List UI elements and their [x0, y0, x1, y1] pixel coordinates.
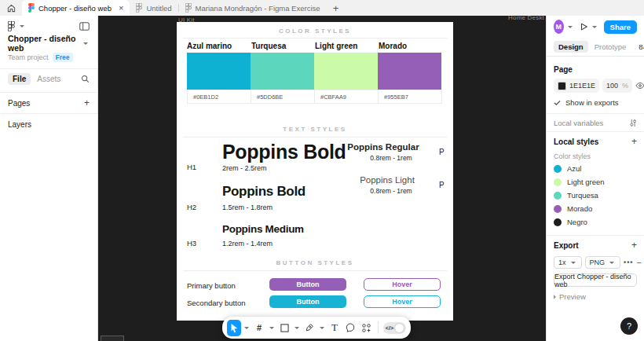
style-row-light-green[interactable]: Light green	[547, 175, 644, 189]
color-swatch	[378, 53, 441, 90]
remove-export-icon[interactable]: −	[636, 258, 641, 267]
close-icon[interactable]: ×	[119, 4, 123, 13]
divider	[547, 131, 644, 132]
export-scale-select[interactable]: 1x	[554, 256, 582, 269]
primary-button[interactable]: Button	[269, 278, 346, 291]
plan-badge[interactable]: Free	[53, 53, 73, 62]
style-row-azul[interactable]: Azul	[547, 162, 644, 175]
zoom-level: 84%	[639, 42, 644, 51]
color-swatch	[251, 53, 314, 90]
style-name: Turquesa	[567, 191, 598, 200]
style-name: Light green	[567, 178, 605, 186]
secondary-button[interactable]: Button	[269, 295, 346, 308]
team-name: Team project	[8, 53, 49, 61]
more-options-icon[interactable]: •••	[624, 258, 633, 266]
tab-mariana-exercise[interactable]: Mariana Mondragón - Figma Exercise	[179, 0, 327, 16]
help-button[interactable]: ?	[620, 317, 638, 335]
swatch-name: Light green	[315, 42, 357, 50]
local-styles-title: Local styles	[554, 138, 598, 146]
style-row-negro[interactable]: Negro	[547, 215, 644, 229]
eye-icon[interactable]	[635, 82, 644, 90]
tab-chopper[interactable]: Chopper - diseño web ×	[22, 0, 130, 16]
hex-label: #0EB1D2	[187, 90, 251, 104]
chevron-down-icon[interactable]	[592, 26, 597, 28]
figma-menu-icon[interactable]	[8, 21, 15, 31]
button-styles-title: BUTTON STYLES	[177, 259, 453, 266]
comment-tool[interactable]	[343, 320, 357, 336]
chevron-down-icon[interactable]	[568, 26, 573, 28]
new-tab-button[interactable]: +	[327, 0, 346, 16]
frame-label-partial[interactable]: Home Deskt	[508, 16, 544, 21]
chevron-right-icon	[554, 295, 556, 299]
divider	[547, 235, 644, 236]
figma-logo-icon	[185, 3, 192, 13]
toggle-panel-icon[interactable]	[79, 22, 90, 31]
preview-label: Preview	[559, 292, 586, 301]
add-style-icon[interactable]: +	[631, 136, 637, 147]
ui-kit-artboard[interactable]: COLOR STYLES Azul marino Turquesa Light …	[177, 22, 453, 321]
tab-untitled[interactable]: Untitled	[130, 0, 177, 16]
share-button[interactable]: Share	[604, 20, 637, 34]
chevron-down-icon[interactable]	[320, 327, 324, 329]
tab-assets[interactable]: Assets	[37, 75, 60, 83]
swatch-name: Turquesa	[251, 42, 286, 50]
local-variables-row[interactable]: Local variables	[547, 114, 644, 131]
secondary-button-label: Secondary button	[187, 299, 245, 307]
h1-specimen: Poppins Bold	[222, 141, 346, 163]
show-in-exports-checkbox[interactable]: Show in exports	[554, 98, 637, 107]
divider	[183, 270, 447, 271]
pages-section[interactable]: Pages +	[0, 94, 97, 112]
actions-tool[interactable]	[359, 320, 373, 336]
chevron-down-icon[interactable]	[244, 327, 249, 329]
toggle-thumb	[395, 324, 404, 332]
zoom-menu[interactable]: 84%	[639, 42, 644, 51]
home-icon[interactable]	[0, 0, 22, 16]
figma-logo-icon	[28, 3, 35, 13]
chevron-down-icon[interactable]	[83, 42, 88, 45]
pen-tool[interactable]	[302, 320, 317, 336]
layers-section[interactable]: Layers	[0, 116, 97, 133]
add-page-icon[interactable]: +	[84, 97, 90, 108]
text-tool[interactable]: T	[327, 320, 342, 336]
export-section-title: Export	[554, 241, 579, 250]
tab-file[interactable]: File	[8, 73, 31, 85]
move-tool[interactable]	[227, 320, 241, 336]
export-button[interactable]: Export Chopper - diseño web	[554, 273, 637, 287]
style-color-dot	[554, 218, 562, 226]
chevron-down-icon[interactable]	[20, 25, 24, 28]
divider	[0, 92, 97, 93]
page-color-input[interactable]: 1E1E1E	[554, 79, 599, 93]
divider	[0, 113, 97, 114]
secondary-hover-button[interactable]: Hover	[364, 295, 441, 308]
color-chip[interactable]	[558, 82, 566, 90]
preview-disclosure[interactable]: Preview	[554, 292, 637, 301]
tab-prototype[interactable]: Prototype	[595, 42, 627, 51]
present-icon[interactable]	[579, 22, 588, 31]
opacity-value: 100	[606, 82, 618, 90]
divider	[183, 38, 447, 38]
primary-hover-button[interactable]: Hover	[364, 278, 441, 291]
chevron-down-icon[interactable]	[269, 327, 274, 329]
add-export-icon[interactable]: +	[631, 240, 637, 251]
search-icon[interactable]	[81, 75, 90, 83]
hex-label: #CBFAA9	[314, 90, 379, 104]
export-scale-value: 1x	[558, 258, 566, 266]
file-name[interactable]: Chopper - diseño web	[8, 34, 79, 53]
offscreen-frame[interactable]	[101, 336, 124, 341]
p-truncated: P	[439, 148, 445, 156]
chevron-down-icon	[571, 262, 576, 264]
page-opacity-input[interactable]: 100 %	[602, 79, 632, 93]
style-row-morado[interactable]: Morado	[547, 202, 644, 215]
tab-design[interactable]: Design	[554, 41, 588, 53]
export-format-select[interactable]: PNG	[585, 256, 621, 269]
style-row-turquesa[interactable]: Turquesa	[547, 189, 644, 202]
style-color-dot	[554, 205, 562, 213]
shape-tool[interactable]	[277, 320, 291, 336]
canvas[interactable]: UI Kit Home Deskt COLOR STYLES Azul mari…	[98, 16, 546, 341]
local-variables-label: Local variables	[554, 119, 603, 127]
avatar[interactable]: M	[554, 20, 564, 34]
layers-label: Layers	[8, 120, 31, 129]
chevron-down-icon[interactable]	[295, 327, 299, 329]
dev-mode-toggle[interactable]: </>	[383, 322, 406, 334]
frame-tool[interactable]: #	[252, 320, 266, 336]
